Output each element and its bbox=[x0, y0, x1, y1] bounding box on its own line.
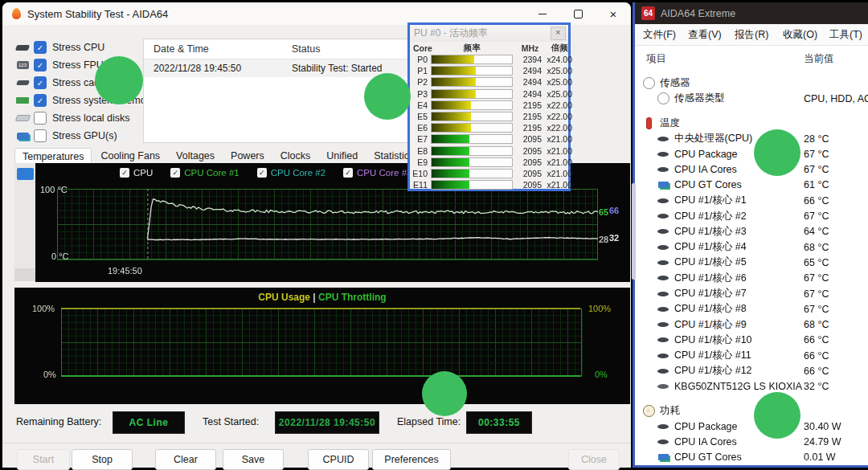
stress-option-row[interactable]: ✓Stress CPU bbox=[14, 41, 104, 54]
sensor-row[interactable]: CPU #1/核心 #1266 °C bbox=[635, 363, 868, 378]
core-mhz: 2195 bbox=[513, 112, 542, 121]
log-table-row[interactable]: 2022/11/28 19:45:50 Stability Test: Star… bbox=[144, 59, 411, 77]
sensor-value: 67 °C bbox=[804, 164, 829, 175]
overlay-close-button[interactable]: × bbox=[551, 27, 566, 40]
sensor-row[interactable]: CPU #1/核心 #968 °C bbox=[635, 317, 868, 332]
menu-item[interactable]: 工具(T) bbox=[829, 28, 862, 42]
sensor-row[interactable]: KBG50ZNT512G LS KIOXIA32 °C bbox=[635, 379, 868, 394]
green-annotation-dot bbox=[422, 371, 467, 416]
end-label-65: 65 bbox=[599, 207, 608, 217]
stress-option-label: Stress FPU bbox=[52, 59, 104, 71]
right-panel-scrollbar-thumb[interactable] bbox=[632, 183, 636, 280]
cpu-icon bbox=[656, 322, 670, 327]
battery-value: AC Line bbox=[113, 411, 185, 434]
legend-label: CPU bbox=[133, 168, 153, 178]
legend-label: CPU Core #3 bbox=[357, 168, 411, 178]
stress-checkbox[interactable]: ✓ bbox=[34, 59, 47, 72]
sensor-row[interactable]: CPU #1/核心 #468 °C bbox=[635, 239, 868, 255]
usage-ytick-0-left: 0% bbox=[43, 370, 56, 379]
cpu-icon bbox=[656, 292, 670, 296]
frequency-bar bbox=[431, 169, 513, 178]
core-label: E9 bbox=[410, 157, 431, 167]
elapsed-value: 00:33:55 bbox=[466, 411, 532, 434]
minimize-button[interactable] bbox=[525, 2, 560, 25]
stress-option-row[interactable]: 123✓Stress FPU bbox=[14, 59, 104, 72]
sensor-name: KBG50ZNT512G LS KIOXIA bbox=[674, 381, 802, 392]
close-icon: × bbox=[610, 8, 617, 20]
sensor-row[interactable]: CPU #1/核心 #1166 °C bbox=[635, 348, 868, 363]
clear-button[interactable]: Clear bbox=[155, 449, 216, 470]
sensor-row[interactable]: CPU Package67 °C bbox=[635, 146, 868, 161]
menu-item[interactable]: 文件(F) bbox=[643, 28, 676, 42]
sensor-row[interactable]: CPU #1/核心 #166 °C bbox=[635, 193, 868, 208]
section-header[interactable]: 功耗 bbox=[635, 403, 868, 419]
core-label: E10 bbox=[410, 169, 431, 178]
menu-item[interactable]: 报告(R) bbox=[735, 28, 768, 42]
sensor-row[interactable]: CPU #1/核心 #867 °C bbox=[635, 301, 868, 317]
temperature-scrollbar[interactable] bbox=[14, 163, 36, 281]
sensor-row[interactable]: CPU #1/核心 #767 °C bbox=[635, 286, 868, 301]
sensor-row[interactable]: CPU #1/核心 #667 °C bbox=[635, 271, 868, 286]
stress-checkbox[interactable] bbox=[34, 129, 47, 142]
stress-checkbox[interactable] bbox=[34, 112, 47, 125]
legend-item[interactable]: ✓CPU bbox=[120, 168, 153, 178]
sensor-row[interactable]: 传感器类型CPU, HDD, AC bbox=[635, 91, 868, 106]
sensor-name: CPU #1/核心 #8 bbox=[674, 302, 747, 316]
sensor-row[interactable]: CPU #1/核心 #267 °C bbox=[635, 208, 868, 223]
stress-checkbox[interactable]: ✓ bbox=[34, 76, 47, 89]
core-mhz: 2494 bbox=[513, 77, 542, 87]
save-button[interactable]: Save bbox=[223, 449, 284, 470]
menu-bar: 文件(F)查看(V)报告(R)收藏(O)工具(T)帮 bbox=[635, 24, 868, 46]
core-label: E6 bbox=[410, 123, 431, 133]
sensor-row[interactable]: 中央处理器(CPU)28 °C bbox=[635, 131, 868, 146]
core-multiplier: x25.00 bbox=[542, 89, 574, 99]
sensor-row[interactable]: CPU IA Cores67 °C bbox=[635, 161, 868, 177]
sensor-row[interactable]: CPU #1/核心 #364 °C bbox=[635, 224, 868, 239]
sensor-value: 66 °C bbox=[804, 350, 829, 362]
legend-item[interactable]: ✓CPU Core #1 bbox=[170, 168, 239, 178]
section-header[interactable]: 传感器 bbox=[635, 76, 868, 91]
legend-checkbox[interactable]: ✓ bbox=[257, 168, 267, 178]
sensor-row[interactable]: CPU #1/核心 #565 °C bbox=[635, 255, 868, 270]
sensor-row[interactable]: 电池充/放电交流电源 bbox=[635, 465, 868, 468]
sensor-row[interactable]: CPU #1/核心 #1066 °C bbox=[635, 333, 868, 348]
sensor-row[interactable]: CPU GT Cores61 °C bbox=[635, 178, 868, 193]
usage-ytick-100-left: 100% bbox=[32, 304, 55, 313]
stress-option-row[interactable]: Stress GPU(s) bbox=[14, 129, 117, 142]
section-header[interactable]: 温度 bbox=[635, 116, 868, 131]
sensor-name: CPU Package bbox=[674, 421, 738, 432]
stop-button[interactable]: Stop bbox=[72, 449, 133, 470]
cpu-icon bbox=[656, 245, 670, 250]
menu-item[interactable]: 查看(V) bbox=[688, 28, 722, 42]
legend-checkbox[interactable]: ✓ bbox=[170, 168, 180, 178]
section-label: 功耗 bbox=[660, 404, 680, 418]
stress-checkbox[interactable]: ✓ bbox=[34, 94, 47, 107]
sensor-value: 68 °C bbox=[804, 242, 829, 253]
col-status: Status bbox=[282, 43, 320, 55]
sensor-row[interactable]: CPU Package30.40 W bbox=[635, 419, 868, 434]
sensor-value: 24.79 W bbox=[804, 436, 841, 448]
cpu-icon bbox=[656, 439, 670, 444]
stress-option-row[interactable]: Stress local disks bbox=[14, 112, 130, 125]
legend-checkbox[interactable]: ✓ bbox=[343, 168, 353, 178]
menu-item[interactable]: 收藏(O) bbox=[783, 28, 817, 42]
sensor-row[interactable]: CPU GT Cores0.01 W bbox=[635, 450, 868, 465]
preferences-button[interactable]: Preferences bbox=[372, 449, 451, 470]
legend-label: CPU Core #1 bbox=[184, 168, 239, 178]
legend-item[interactable]: ✓CPU Core #2 bbox=[257, 168, 326, 178]
frequency-bar bbox=[431, 123, 513, 133]
core-label: E4 bbox=[410, 100, 431, 110]
scrollbar-thumb[interactable] bbox=[17, 168, 34, 180]
sensor-row[interactable]: CPU IA Cores24.79 W bbox=[635, 435, 868, 450]
stress-checkbox[interactable]: ✓ bbox=[34, 41, 47, 54]
sensor-name: 传感器类型 bbox=[674, 92, 725, 105]
legend-checkbox[interactable]: ✓ bbox=[120, 168, 129, 178]
overlay-titlebar[interactable]: PU #0 - 活动频率 × bbox=[410, 25, 568, 42]
close-button[interactable]: × bbox=[596, 2, 631, 25]
col-current-value: 当前值 bbox=[804, 52, 834, 66]
core-row: E52195x22.00 bbox=[410, 111, 568, 122]
cpuid-button[interactable]: CPUID bbox=[308, 449, 369, 470]
legend-item[interactable]: ✓CPU Core #3 bbox=[343, 168, 411, 178]
sensor-name: 电池充/放电 bbox=[674, 466, 727, 468]
maximize-button[interactable] bbox=[560, 2, 596, 25]
